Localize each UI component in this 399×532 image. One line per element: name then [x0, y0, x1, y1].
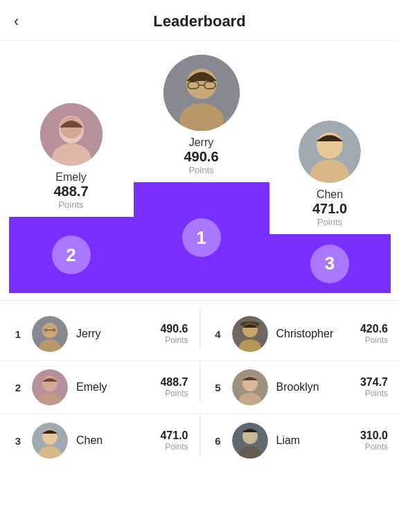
list-item-5: 5 Brooklyn 374.7 Points	[206, 361, 400, 414]
name-5: Brooklyn	[276, 381, 360, 393]
rank-6: 6	[211, 435, 225, 447]
podium-rank-first: 1	[182, 218, 221, 257]
avatar-list-liam	[232, 423, 268, 459]
avatar-list-jerry	[32, 316, 68, 352]
name-1: Jerry	[76, 328, 160, 340]
podium-second: Emely 488.7 Points 2	[9, 103, 134, 293]
pts-4: Points	[360, 335, 388, 345]
name-6: Liam	[276, 434, 360, 447]
pts-2: Points	[160, 389, 188, 398]
avatar-chen	[299, 121, 361, 183]
podium-second-name: Emely	[55, 171, 86, 184]
back-button[interactable]: ‹	[14, 12, 19, 30]
avatar-list-brooklyn	[232, 369, 268, 405]
podium-third-score: 471.0	[312, 201, 347, 217]
podium-bar-second: 2	[9, 217, 134, 293]
name-4: Christopher	[276, 328, 360, 340]
podium-avatars: Emely 488.7 Points 2	[7, 55, 392, 293]
pts-3: Points	[160, 442, 188, 452]
score-4: 420.6	[360, 323, 388, 335]
svg-point-24	[240, 321, 260, 327]
score-wrap-1: 490.6 Points	[160, 323, 188, 345]
podium-first-name: Jerry	[189, 136, 214, 149]
score-wrap-6: 310.0 Points	[360, 429, 388, 452]
avatar-emely	[40, 103, 103, 166]
avatar-list-chen	[32, 423, 68, 459]
rank-3: 3	[11, 435, 25, 447]
score-wrap-2: 488.7 Points	[160, 376, 188, 398]
rank-5: 5	[211, 382, 225, 393]
avatar-list-emely	[32, 369, 68, 405]
rank-2: 2	[11, 382, 25, 393]
col-divider-3	[200, 414, 200, 456]
podium-first-score: 490.6	[184, 149, 218, 165]
score-1: 490.6	[160, 323, 188, 335]
podium-section: Emely 488.7 Points 2	[0, 41, 399, 293]
rank-4: 4	[211, 328, 225, 340]
podium-rank-third: 3	[310, 245, 349, 283]
list-pair-3: 3 Chen 471.0 Points 6	[0, 414, 399, 467]
score-3: 471.0	[160, 429, 188, 442]
podium-rank-second: 2	[52, 236, 91, 274]
podium-first-label: Points	[188, 165, 213, 175]
pts-6: Points	[360, 442, 388, 452]
list-pair-2: 2 Emely 488.7 Points 5	[0, 361, 399, 414]
header: ‹ Leaderboard	[0, 0, 399, 41]
list-item-3: 3 Chen 471.0 Points	[0, 414, 194, 467]
score-6: 310.0	[360, 429, 388, 442]
score-wrap-4: 420.6 Points	[360, 323, 388, 345]
pts-5: Points	[360, 389, 388, 398]
pts-1: Points	[160, 335, 188, 345]
avatar-list-christopher	[232, 316, 268, 352]
podium-bar-third: 3	[269, 234, 391, 293]
podium-second-score: 488.7	[53, 184, 88, 200]
col-divider	[200, 308, 200, 349]
list-section: 1 Jerry 490.6 Points 4	[0, 293, 399, 481]
list-item-4: 4 Christopher 420.6 Points	[206, 308, 400, 360]
list-item-1: 1 Jerry 490.6 Points	[0, 308, 194, 360]
podium-third: Chen 471.0 Points 3	[269, 121, 391, 293]
name-2: Emely	[76, 381, 160, 393]
score-wrap-5: 374.7 Points	[360, 376, 388, 398]
divider	[0, 300, 399, 301]
podium-third-name: Chen	[317, 188, 343, 201]
avatar-jerry	[163, 55, 240, 131]
podium-second-label: Points	[58, 200, 83, 210]
podium-third-label: Points	[317, 217, 342, 227]
podium-first: Jerry 490.6 Points 1	[134, 55, 269, 293]
score-wrap-3: 471.0 Points	[160, 429, 188, 452]
col-divider-2	[200, 361, 200, 402]
list-pair-1: 1 Jerry 490.6 Points 4	[0, 308, 399, 361]
score-2: 488.7	[160, 376, 188, 389]
list-item-6: 6 Liam 310.0 Points	[206, 414, 400, 467]
list-item-2: 2 Emely 488.7 Points	[0, 361, 194, 414]
page-title: Leaderboard	[153, 12, 245, 30]
rank-1: 1	[11, 328, 25, 340]
podium-bar-first: 1	[134, 182, 269, 293]
name-3: Chen	[76, 434, 160, 447]
score-5: 374.7	[360, 376, 388, 389]
